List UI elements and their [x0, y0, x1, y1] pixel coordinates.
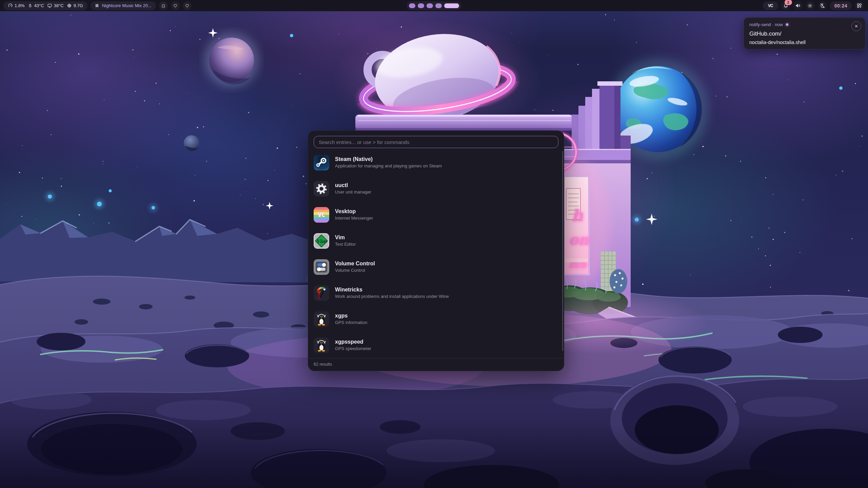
list-item-steam[interactable]: Steam (Native) Application for managing … [308, 149, 564, 176]
cpu-temp-stat: 43°C [28, 3, 44, 8]
app-name: Vesktop [335, 208, 373, 215]
list-item-winetricks[interactable]: Winetricks Work around problems and inst… [308, 280, 564, 306]
svg-text:ns: ns [568, 255, 588, 271]
list-item-uuctl[interactable]: uuctl User unit manager [308, 176, 564, 202]
svg-text:VC: VC [318, 211, 325, 218]
purple-planet [204, 33, 259, 87]
list-item-volume-control[interactable]: Volume Control Volume Control [308, 254, 564, 280]
system-stats-widget[interactable]: 1.8% 43°C 38°C 9.7G [3, 1, 87, 10]
gear-icon [314, 181, 329, 197]
tux-gps-icon [314, 311, 329, 327]
app-name: xgpsspeed [335, 339, 371, 345]
small-planet [184, 135, 199, 151]
brightness-button[interactable] [806, 1, 815, 10]
gauge-icon [8, 3, 13, 8]
clock-widget[interactable]: 00:24 [830, 1, 852, 10]
speaker-icon [795, 3, 801, 8]
close-icon: ✕ [854, 24, 858, 29]
app-name: Steam (Native) [335, 156, 442, 162]
notifications-button[interactable]: 2 [781, 1, 790, 10]
app-launcher-button[interactable] [855, 1, 864, 10]
app-name: uuctl [335, 182, 371, 188]
tux-gps-icon [314, 338, 329, 353]
results-count: 62 results [308, 358, 564, 371]
moon-slash-icon [820, 3, 825, 8]
moon-near-band [0, 375, 868, 488]
media-title: Nightcore Music Mix 20... [102, 3, 152, 8]
notification-header: notify-send · now [749, 22, 860, 27]
list-item-vim[interactable]: Vim Vim Text Editor [308, 228, 564, 254]
ghost-button[interactable] [159, 1, 168, 10]
workspace-dot-2[interactable] [418, 3, 424, 8]
list-item-xgpsspeed[interactable]: xgpsspeed GPS speedometer [308, 332, 564, 358]
favorite-button-2[interactable] [183, 1, 192, 10]
app-name: Winetricks [335, 287, 449, 293]
heart-icon [185, 3, 190, 8]
notification-body-line1: GitHub.com/ [749, 30, 860, 37]
memory-stat: 9.7G [67, 3, 83, 8]
pause-icon [95, 3, 99, 8]
search-input[interactable] [314, 136, 558, 148]
heart-icon [173, 3, 178, 8]
app-description: User unit manager [335, 190, 371, 195]
memory-chip-icon [67, 3, 72, 8]
list-item-xgps[interactable]: xgps GPS information [308, 306, 564, 332]
favorite-button[interactable] [171, 1, 180, 10]
workspace-dot-5-active[interactable] [444, 3, 459, 8]
notification-card[interactable]: notify-send · now ✕ GitHub.com/ noctalia… [744, 17, 866, 49]
wine-glass-wand-icon [314, 285, 329, 301]
top-bar: 1.8% 43°C 38°C 9.7G [0, 0, 868, 11]
flower-bush [610, 269, 627, 293]
night-mode-button[interactable] [818, 1, 827, 10]
app-name: Volume Control [335, 261, 375, 267]
notification-body-line2: noctalia-dev/noctalia.shell [749, 40, 860, 45]
svg-text:on: on [569, 231, 589, 248]
volume-button[interactable] [793, 1, 803, 10]
ghost-icon [161, 3, 166, 8]
flame-temp-icon [28, 3, 33, 8]
notification-badge: 2 [785, 0, 792, 5]
app-name: Vim [335, 235, 356, 241]
close-button[interactable]: ✕ [851, 21, 861, 31]
scrollbar[interactable] [562, 151, 563, 351]
app-description: Internet Messenger [335, 216, 373, 221]
svg-text:Vim: Vim [316, 239, 327, 244]
result-list: Steam (Native) Application for managing … [308, 149, 564, 358]
list-item-vesktop[interactable]: VCVC Vesktop Internet Messenger [308, 202, 564, 228]
app-description: Work around problems and install applica… [335, 294, 449, 299]
grid-plus-icon [856, 3, 862, 8]
sun-icon [807, 3, 813, 8]
gpu-temp-stat: 38°C [47, 3, 64, 8]
app-description: Text Editor [335, 242, 356, 247]
svg-text:h: h [572, 206, 583, 225]
app-description: Application for managing and playing gam… [335, 164, 442, 169]
app-name: xgps [335, 313, 367, 319]
volume-toggles-icon [314, 259, 329, 275]
unread-dot-icon [786, 23, 788, 26]
app-description: Volume Control [335, 268, 375, 273]
steam-icon [314, 155, 329, 170]
workspace-dot-3[interactable] [427, 3, 433, 8]
cpu-usage-stat: 1.8% [8, 3, 25, 8]
app-description: GPS information [335, 320, 367, 325]
app-launcher-panel: Steam (Native) Application for managing … [308, 130, 564, 371]
app-description: GPS speedometer [335, 346, 371, 351]
workspace-switcher [407, 1, 461, 10]
workspace-dot-4[interactable] [435, 3, 442, 8]
workspace-dot-1[interactable] [409, 3, 415, 8]
monitor-temp-icon [47, 3, 52, 8]
vesktop-icon: VCVC [314, 207, 329, 223]
vim-icon: Vim [314, 233, 329, 249]
media-player-widget[interactable]: Nightcore Music Mix 20... [91, 1, 156, 10]
tray-item-vesktop[interactable]: VC [763, 1, 778, 10]
